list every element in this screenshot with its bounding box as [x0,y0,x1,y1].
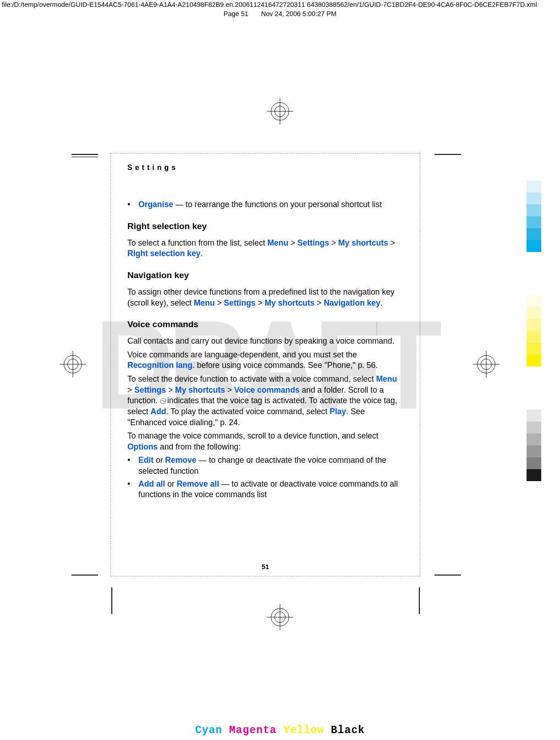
color-swatch [527,355,541,367]
grey-swatch-group [527,410,541,481]
crop-mark [71,154,98,155]
paragraph: To select a function from the list, sele… [127,238,403,259]
crop-mark [71,157,98,157]
paragraph: To select the device function to activat… [127,374,403,428]
keyword-my-shortcuts: My shortcuts [265,298,315,307]
page-content-box: DRAFT Settings • Organise — to rearrange… [110,153,420,576]
color-swatch [527,343,541,355]
registration-mark-icon [267,604,293,630]
color-swatch [527,422,541,433]
text: > [127,385,134,395]
keyword-add-all: Add all [138,479,165,488]
heading-navigation-key: Navigation key [127,270,403,280]
bullet-icon: • [127,199,134,210]
text: and from the following: [158,442,241,451]
registration-mark-icon [267,98,293,125]
text: > [256,298,265,307]
color-swatch [527,445,541,457]
text: To select the device function to activat… [127,374,376,384]
text: or [165,479,176,488]
bullet-icon: • [127,479,134,500]
text: > [388,238,395,247]
color-bars [527,181,541,524]
color-swatch [527,319,541,331]
crop-mark [71,575,98,576]
keyword-menu: Menu [376,374,397,384]
text: . [201,249,203,258]
keyword-settings: Settings [297,238,329,247]
color-swatch [527,469,541,481]
cyan-swatch-group [527,181,541,252]
text: > [225,385,234,395]
yellow-swatch-group [527,295,541,367]
magenta-label: Magenta [229,724,277,736]
color-swatch [527,204,541,216]
text: > [314,298,324,307]
color-swatch [527,410,541,422]
page-label: Page 51 [224,10,248,17]
keyword-my-shortcuts: My shortcuts [338,238,388,247]
text: or [154,455,165,465]
paragraph: To assign other device functions from a … [127,287,403,308]
color-swatch [527,228,541,240]
heading-voice-commands: Voice commands [127,319,403,329]
heading-right-selection-key: Right selection key [127,221,403,231]
timestamp: Nov 24, 2006 5:00:27 PM [261,10,336,17]
text: To manage the voice commands, scroll to … [127,431,379,440]
black-label: Black [331,724,365,736]
crop-mark [111,587,112,614]
keyword-recognition-lang: Recognition lang. [127,361,195,370]
keyword-options: Options [127,442,158,451]
color-swatch [527,295,541,307]
keyword-add: Add [151,407,166,416]
list-item: • Organise — to rearrange the functions … [127,199,403,210]
text: > [329,238,338,247]
color-swatch [527,216,541,228]
text: Voice commands are language-dependent, a… [127,350,357,359]
keyword-remove-all: Remove all [177,479,219,488]
bullet-icon: • [127,455,134,477]
voice-tag-icon [160,398,166,404]
list-item: • Add all or Remove all — to activate or… [127,479,403,500]
crop-mark [419,587,420,614]
text: > [288,238,297,247]
keyword-organise: Organise [138,200,173,209]
color-swatch [527,192,541,204]
color-swatch [527,181,541,192]
file-path: file:/D:/temp/overmode/GUID-E1544AC5-706… [0,0,560,9]
keyword-menu: Menu [194,298,215,307]
paragraph: Call contacts and carry out device funct… [127,336,403,347]
list-item: • Edit or Remove — to change or deactiva… [127,455,403,477]
text: . To play the activated voice command, s… [166,407,330,416]
keyword-remove: Remove [165,455,196,465]
cmyk-footer: Cyan Magenta Yellow Black [0,724,560,736]
text: > [215,298,224,307]
registration-mark-icon [60,351,86,378]
paragraph: To manage the voice commands, scroll to … [127,431,403,452]
keyword-settings: Settings [224,298,256,307]
keyword-play: Play [329,407,346,416]
text: — to rearrange the functions on your per… [173,200,382,209]
keyword-right-selection-key: Right selection key [127,249,201,258]
file-header: file:/D:/temp/overmode/GUID-E1544AC5-706… [0,0,560,17]
crop-mark [434,154,461,155]
page-number: 51 [111,563,420,570]
running-head: Settings [127,164,403,172]
text: before using voice commands. See "Phone,… [195,361,378,370]
color-swatch [527,307,541,319]
color-swatch [527,331,541,343]
page-info: Page 51 Nov 24, 2006 5:00:27 PM [0,10,560,17]
yellow-label: Yellow [283,724,324,736]
keyword-my-shortcuts: My shortcuts [175,385,225,395]
text: . [380,298,383,307]
keyword-voice-commands: Voice commands [234,385,300,395]
keyword-navigation-key: Navigation key [324,298,380,307]
color-swatch [527,240,541,252]
paragraph: Voice commands are language-dependent, a… [127,350,403,371]
text: > [166,385,175,395]
keyword-settings: Settings [134,385,166,395]
text: To select a function from the list, sele… [127,238,267,247]
keyword-edit: Edit [138,455,154,465]
crop-mark [434,575,461,576]
cyan-label: Cyan [195,724,222,736]
